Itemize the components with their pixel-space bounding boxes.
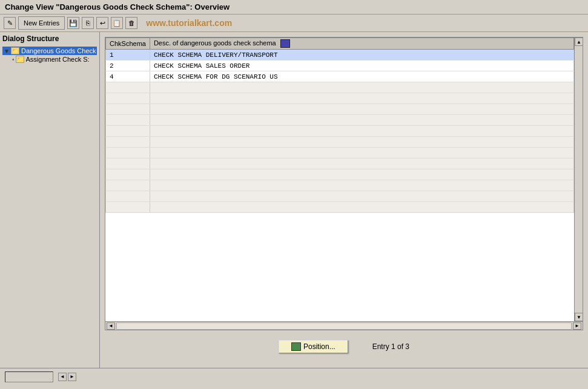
status-bar: ◄ ► xyxy=(0,368,588,385)
table-row-empty xyxy=(106,148,574,159)
status-message-box xyxy=(5,371,53,382)
position-button[interactable]: Position... xyxy=(279,340,348,353)
cell-empty-chk xyxy=(106,148,150,159)
toolbar: ✎ New Entries 💾 ⎘ ↩ 📋 🗑 www.tutorialkart… xyxy=(0,15,588,32)
col-header-chkschema: ChkSchema xyxy=(106,38,150,50)
h-scroll-track[interactable] xyxy=(116,322,572,330)
cell-empty-chk xyxy=(106,159,150,169)
status-arrow-right[interactable]: ► xyxy=(68,373,76,381)
cell-empty-chk xyxy=(106,93,150,104)
status-arrow-left[interactable]: ◄ xyxy=(58,373,67,381)
new-entries-label: New Entries xyxy=(24,19,59,27)
position-icon xyxy=(291,342,301,351)
cell-chkschema: 2 xyxy=(106,60,150,71)
data-table: ChkSchema Desc. of dangerous goods check… xyxy=(105,38,574,213)
sidebar: Dialog Structure ▼ 📁 Dangerous Goods Che… xyxy=(0,32,100,368)
cell-empty-desc xyxy=(150,137,573,148)
sidebar-item-dangerous-goods-check[interactable]: ▼ 📁 Dangerous Goods Check xyxy=(2,47,97,55)
cell-empty-chk xyxy=(106,82,150,93)
status-nav-arrows: ◄ ► xyxy=(58,373,76,381)
cell-desc: CHECK SCHEMA DELIVERY/TRANSPORT xyxy=(150,50,573,60)
tree-connector: • xyxy=(12,56,15,63)
content-panel: ChkSchema Desc. of dangerous goods check… xyxy=(100,32,588,368)
filter-icon[interactable] xyxy=(280,39,290,48)
copy-icon[interactable]: ⎘ xyxy=(82,17,94,29)
col-header-desc: Desc. of dangerous goods check schema xyxy=(150,38,573,50)
cell-empty-chk xyxy=(106,115,150,126)
save-icon[interactable]: 💾 xyxy=(67,17,79,29)
table-row[interactable]: 4CHECK SCHEMA FOR DG SCENARIO US xyxy=(106,71,574,82)
position-button-label: Position... xyxy=(303,342,335,351)
cell-empty-chk xyxy=(106,104,150,115)
cell-empty-desc xyxy=(150,159,573,169)
folder-icon-sub: 📁 xyxy=(16,56,24,63)
table-row-empty xyxy=(106,180,574,191)
table-row-empty xyxy=(106,104,574,115)
page-title: Change View "Dangerous Goods Check Schem… xyxy=(5,2,230,11)
table-row[interactable]: 2CHECK SCHEMA SALES ORDER xyxy=(106,60,574,71)
folder-icon: 📁 xyxy=(11,47,19,54)
table-row-empty xyxy=(106,137,574,148)
cell-desc: CHECK SCHEMA FOR DG SCENARIO US xyxy=(150,71,573,82)
cell-empty-chk xyxy=(106,191,150,202)
scroll-track[interactable] xyxy=(575,46,583,313)
cell-empty-chk xyxy=(106,180,150,191)
data-table-container: ChkSchema Desc. of dangerous goods check… xyxy=(105,37,583,330)
footer-area: Position... Entry 1 of 3 xyxy=(105,330,583,363)
cell-empty-chk xyxy=(106,126,150,137)
sidebar-item-assignment-check[interactable]: • 📁 Assignment Check S: xyxy=(11,55,97,64)
table-row-empty xyxy=(106,191,574,202)
cell-empty-chk xyxy=(106,169,150,180)
table-row[interactable]: 1CHECK SCHEMA DELIVERY/TRANSPORT xyxy=(106,50,574,60)
cell-empty-desc xyxy=(150,82,573,93)
h-scroll-left-arrow[interactable]: ◄ xyxy=(107,322,115,330)
tree-toggle-expand[interactable]: ▼ xyxy=(4,48,11,54)
scroll-up-arrow[interactable]: ▲ xyxy=(575,38,583,46)
edit-icon[interactable]: ✎ xyxy=(4,17,16,29)
watermark: www.tutorialkart.com xyxy=(146,18,232,28)
paste-icon[interactable]: 📋 xyxy=(111,17,123,29)
sidebar-item-label-assignment: Assignment Check S: xyxy=(26,56,90,63)
cell-empty-desc xyxy=(150,104,573,115)
title-bar: Change View "Dangerous Goods Check Schem… xyxy=(0,0,588,15)
vertical-scrollbar[interactable]: ▲ ▼ xyxy=(574,38,583,321)
cell-empty-chk xyxy=(106,202,150,213)
cell-empty-desc xyxy=(150,126,573,137)
cell-desc: CHECK SCHEMA SALES ORDER xyxy=(150,60,573,71)
entry-info: Entry 1 of 3 xyxy=(372,342,409,351)
scroll-down-arrow[interactable]: ▼ xyxy=(575,313,583,321)
delete-icon[interactable]: 🗑 xyxy=(125,17,137,29)
main-area: Dialog Structure ▼ 📁 Dangerous Goods Che… xyxy=(0,32,588,368)
table-row-empty xyxy=(106,93,574,104)
cell-empty-desc xyxy=(150,202,573,213)
table-row-empty xyxy=(106,159,574,169)
sidebar-title: Dialog Structure xyxy=(2,34,97,43)
cell-empty-desc xyxy=(150,180,573,191)
table-row-empty xyxy=(106,169,574,180)
cell-empty-desc xyxy=(150,169,573,180)
sidebar-item-label-dangerous: Dangerous Goods Check xyxy=(21,47,96,54)
cell-empty-desc xyxy=(150,115,573,126)
undo-icon[interactable]: ↩ xyxy=(96,17,108,29)
cell-empty-chk xyxy=(106,137,150,148)
horizontal-scrollbar[interactable]: ◄ ► xyxy=(105,321,583,330)
cell-chkschema: 4 xyxy=(106,71,150,82)
cell-chkschema: 1 xyxy=(106,50,150,60)
table-row-empty xyxy=(106,82,574,93)
cell-empty-desc xyxy=(150,191,573,202)
cell-empty-desc xyxy=(150,93,573,104)
table-row-empty xyxy=(106,202,574,213)
table-row-empty xyxy=(106,126,574,137)
h-scroll-right-arrow[interactable]: ► xyxy=(573,322,581,330)
new-entries-button[interactable]: New Entries xyxy=(18,16,65,30)
cell-empty-desc xyxy=(150,148,573,159)
table-row-empty xyxy=(106,115,574,126)
